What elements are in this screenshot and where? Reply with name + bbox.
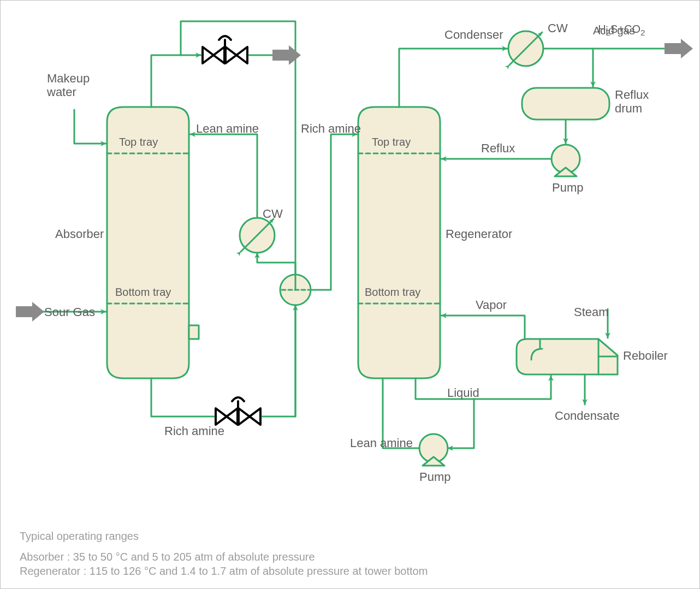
absorber-label: Absorber	[55, 227, 104, 241]
reboiler-label: Reboiler	[623, 349, 668, 362]
condenser-symbol	[508, 31, 543, 66]
bottom-tray-abs-label: Bottom tray	[115, 286, 171, 299]
condenser-label: Condenser	[444, 28, 503, 41]
reflux-pump-symbol	[551, 145, 580, 176]
top-tray-abs-label: Top tray	[119, 136, 158, 148]
makeup-water-label: Makeup water	[47, 72, 90, 99]
lean-pump-symbol	[419, 434, 448, 466]
absorber-nozzle	[189, 325, 199, 339]
rich-amine-bot-label: Rich amine	[164, 424, 224, 438]
pump-lean-label: Pump	[419, 470, 450, 484]
pump-reflux-label: Pump	[552, 181, 583, 194]
bottom-tray-reg-label: Bottom tray	[365, 286, 420, 299]
lean-amine-top-label: Lean amine	[196, 122, 259, 135]
control-valve-bottom	[216, 397, 260, 425]
sour-gas-label: Sour Gas	[44, 305, 95, 319]
reflux-drum-symbol	[522, 88, 609, 120]
diagram-svg	[1, 1, 700, 589]
acid-gas-label: Acid gas	[593, 25, 635, 37]
reflux-drum-label: Reflux drum	[615, 88, 649, 116]
top-tray-reg-label: Top tray	[372, 136, 411, 148]
liquid-line	[416, 376, 551, 399]
cw-cond-label: CW	[548, 21, 568, 35]
cw-abs-label: CW	[263, 207, 283, 221]
footer-line2: Regenerator : 115 to 126 °C and 1.4 to 1…	[20, 565, 428, 578]
rich-amine-mid-label: Rich amine	[301, 122, 361, 135]
control-valve-top	[203, 36, 247, 63]
liquid-label: Liquid	[447, 386, 479, 400]
cooler-cw-symbol	[240, 218, 275, 253]
condensate-label: Condensate	[555, 409, 620, 423]
regenerator-label: Regenerator	[446, 227, 512, 241]
reflux-label: Reflux	[481, 141, 515, 155]
footer-line1: Absorber : 35 to 50 °C and 5 to 205 atm …	[20, 551, 315, 563]
steam-label: Steam	[574, 305, 609, 319]
footer-title: Typical operating ranges	[20, 530, 139, 543]
vapor-line	[441, 316, 525, 339]
reboiler-symbol	[517, 339, 618, 374]
lean-amine-bot-label: Lean amine	[350, 436, 413, 450]
process-flow-diagram: Makeup water Absorber Sour Gas Top tray …	[0, 0, 700, 589]
vapor-label: Vapor	[476, 298, 507, 312]
svg-rect-10	[522, 88, 609, 120]
